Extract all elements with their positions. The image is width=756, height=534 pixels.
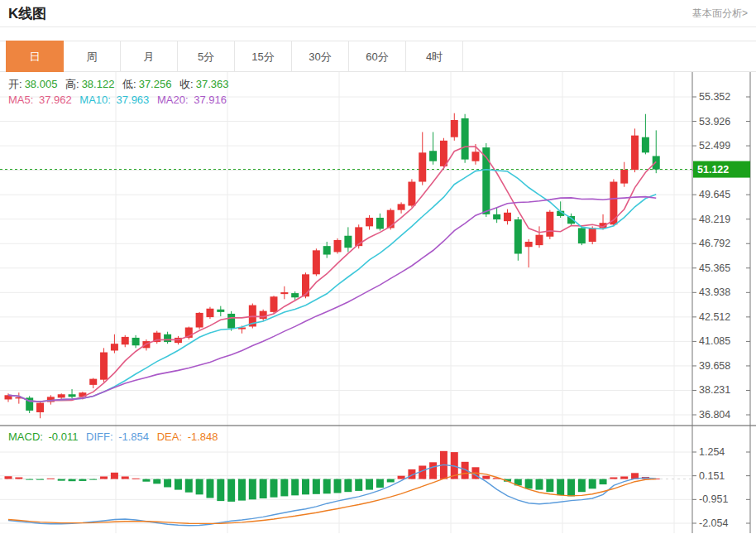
ma-row: MA5: 37.962 MA10: 37.963 MA20: 37.916 <box>8 94 232 106</box>
svg-text:55.352: 55.352 <box>699 91 730 103</box>
interval-tabs: 日周月5分15分30分60分4时 <box>0 41 756 72</box>
tab-月[interactable]: 月 <box>120 41 178 72</box>
tab-30分[interactable]: 30分 <box>291 41 349 72</box>
tab-15分[interactable]: 15分 <box>234 41 292 72</box>
svg-text:36.804: 36.804 <box>699 409 730 421</box>
svg-text:43.938: 43.938 <box>699 286 730 298</box>
tab-5分[interactable]: 5分 <box>177 41 235 72</box>
low-value: 37.256 <box>139 78 172 90</box>
close-value: 37.363 <box>196 78 229 90</box>
tab-4时[interactable]: 4时 <box>405 41 463 72</box>
svg-text:-0.951: -0.951 <box>699 493 728 505</box>
svg-text:53.926: 53.926 <box>699 116 730 127</box>
kline-chart-svg[interactable]: 55.35253.92652.49951.12249.64548.21946.7… <box>0 72 756 533</box>
ma20-value: 37.916 <box>194 94 227 106</box>
high-label: 高: <box>65 78 79 90</box>
svg-text:39.658: 39.658 <box>699 360 730 372</box>
svg-text:41.085: 41.085 <box>699 335 730 347</box>
dea-value: -1.848 <box>188 431 218 443</box>
macd-label: MACD: <box>8 431 43 443</box>
svg-text:49.645: 49.645 <box>699 189 730 200</box>
svg-text:-2.054: -2.054 <box>699 517 728 529</box>
candlesticks <box>5 113 660 419</box>
dea-label: DEA: <box>157 431 182 443</box>
macd-histogram <box>5 451 660 502</box>
close-label: 收: <box>179 78 194 90</box>
macd-row: MACD: -0.011 DIFF: -1.854 DEA: -1.848 <box>8 431 223 443</box>
svg-text:38.231: 38.231 <box>699 384 730 396</box>
page-title: K线图 <box>8 4 46 23</box>
macd-value: -0.011 <box>49 431 79 443</box>
page-header: K线图 基本面分析> <box>0 0 756 27</box>
svg-text:51.122: 51.122 <box>697 164 729 176</box>
tab-周[interactable]: 周 <box>63 41 121 72</box>
ohlc-row: 开:38.005 高:38.122 低:37.256 收:37.363 <box>8 77 233 92</box>
tab-日[interactable]: 日 <box>6 41 64 72</box>
tab-60分[interactable]: 60分 <box>348 41 406 72</box>
svg-text:45.365: 45.365 <box>699 262 730 274</box>
low-label: 低: <box>122 78 136 90</box>
fundamental-analysis-link[interactable]: 基本面分析> <box>692 7 748 21</box>
open-value: 38.005 <box>25 78 58 90</box>
diff-label: DIFF: <box>86 431 113 443</box>
current-price-tag: 51.122 <box>693 161 750 178</box>
svg-text:42.512: 42.512 <box>699 311 730 323</box>
kline-chart-area[interactable]: 开:38.005 高:38.122 低:37.256 收:37.363 MA5:… <box>0 72 756 533</box>
svg-text:48.219: 48.219 <box>699 214 730 225</box>
svg-text:46.792: 46.792 <box>699 238 730 249</box>
svg-text:52.499: 52.499 <box>699 140 730 152</box>
high-value: 38.122 <box>82 78 115 90</box>
open-label: 开: <box>8 78 22 90</box>
ma5-value: 37.962 <box>39 94 72 106</box>
diff-value: -1.854 <box>118 431 149 443</box>
ma20-label: MA20: <box>157 94 189 106</box>
ma5-label: MA5: <box>8 94 33 106</box>
svg-text:0.151: 0.151 <box>699 470 725 482</box>
ma10-value: 37.963 <box>117 94 150 106</box>
axis-labels: 55.35253.92652.49951.12249.64548.21946.7… <box>692 91 750 529</box>
ma10-label: MA10: <box>79 94 111 106</box>
svg-text:1.254: 1.254 <box>699 446 725 458</box>
